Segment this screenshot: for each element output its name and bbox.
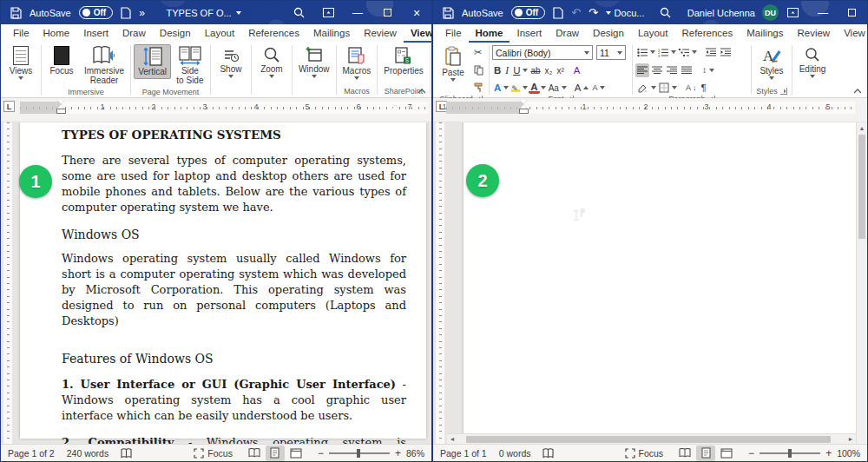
line-spacing-dropdown-icon[interactable]: [709, 69, 714, 72]
zoom-slider[interactable]: [760, 452, 820, 454]
properties-button[interactable]: S Properties: [380, 44, 427, 77]
web-layout-button[interactable]: [286, 446, 306, 461]
vertical-button[interactable]: Vertical: [134, 44, 171, 79]
tab-layout[interactable]: Layout: [198, 24, 242, 43]
subscript-button[interactable]: x₂: [543, 63, 555, 77]
scrollbar-thumb[interactable]: [858, 135, 865, 239]
zoom-out-button[interactable]: −: [748, 447, 754, 459]
word-count[interactable]: 240 words: [67, 448, 108, 459]
font-name-combo[interactable]: Calibri (Body): [492, 45, 593, 60]
multilevel-list-button[interactable]: [677, 45, 691, 59]
new-document-icon[interactable]: [553, 7, 563, 19]
undo-icon[interactable]: ↶: [571, 6, 581, 19]
change-case-button[interactable]: Aa: [547, 81, 561, 95]
clear-formatting-button[interactable]: A: [572, 63, 582, 77]
read-mode-button[interactable]: [245, 446, 264, 461]
document-title[interactable]: Docu...: [615, 8, 645, 18]
font-color-button[interactable]: A: [529, 82, 539, 94]
editing-button[interactable]: Editing: [795, 44, 830, 80]
side-to-side-button[interactable]: Side to Side: [173, 44, 207, 87]
search-icon[interactable]: [651, 1, 681, 24]
document-page[interactable]: I▛: [464, 122, 856, 438]
align-right-button[interactable]: [665, 63, 679, 77]
proofing-icon[interactable]: [121, 448, 132, 459]
increase-indent-button[interactable]: [719, 45, 733, 59]
show-formatting-marks-button[interactable]: ¶: [700, 81, 708, 95]
collapse-ribbon-icon[interactable]: [418, 89, 426, 94]
indent-markers[interactable]: [57, 100, 65, 113]
tab-stop-selector[interactable]: L: [3, 101, 15, 112]
underline-dropdown-icon[interactable]: [523, 69, 528, 72]
customize-qat-icon[interactable]: [606, 11, 611, 15]
web-layout-button[interactable]: [717, 446, 736, 461]
tab-mailings[interactable]: Mailings: [740, 24, 790, 43]
save-icon[interactable]: [442, 7, 454, 19]
numbering-dropdown-icon[interactable]: [671, 50, 676, 54]
styles-button[interactable]: A Styles: [754, 44, 789, 82]
change-case-dropdown-icon[interactable]: [562, 86, 567, 89]
more-commands-icon[interactable]: »: [139, 7, 145, 19]
tab-draw[interactable]: Draw: [549, 24, 586, 43]
zoom-percentage[interactable]: 100%: [837, 448, 860, 459]
bold-button[interactable]: B: [492, 63, 503, 77]
proofing-icon[interactable]: [542, 448, 554, 459]
read-mode-button[interactable]: [675, 446, 694, 461]
borders-dropdown-icon[interactable]: [672, 86, 677, 89]
tab-file[interactable]: File: [6, 24, 36, 43]
paste-button[interactable]: Paste: [436, 44, 470, 83]
new-document-icon[interactable]: [121, 7, 131, 19]
autosave-toggle[interactable]: Off: [511, 6, 545, 19]
tab-view[interactable]: View: [837, 24, 868, 43]
text-effects-button[interactable]: A: [492, 81, 503, 95]
focus-toggle[interactable]: Focus: [194, 448, 233, 459]
sort-button[interactable]: A↓: [684, 81, 699, 95]
print-layout-button[interactable]: [696, 446, 715, 461]
align-left-button[interactable]: [635, 63, 649, 77]
bullets-dropdown-icon[interactable]: [650, 50, 655, 54]
tab-insert[interactable]: Insert: [76, 24, 115, 43]
horizontal-scrollbar[interactable]: ◄ ►: [447, 433, 856, 444]
minimize-button[interactable]: —: [808, 1, 838, 24]
macros-button[interactable]: Macros: [339, 44, 375, 82]
vertical-scrollbar[interactable]: ▲: [856, 122, 867, 444]
zoom-in-button[interactable]: +: [825, 447, 832, 459]
zoom-percentage[interactable]: 86%: [406, 448, 424, 459]
align-center-button[interactable]: [650, 63, 664, 77]
indent-markers[interactable]: [520, 100, 528, 113]
tab-review[interactable]: Review: [790, 24, 837, 43]
search-icon[interactable]: [284, 1, 313, 24]
ribbon-display-options-icon[interactable]: [313, 1, 343, 24]
justify-button[interactable]: [680, 63, 694, 77]
tab-references[interactable]: References: [674, 24, 740, 43]
page-indicator[interactable]: Page 1 of 2: [8, 448, 55, 459]
tab-insert[interactable]: Insert: [510, 24, 549, 43]
tab-review[interactable]: Review: [357, 24, 404, 43]
focus-button[interactable]: Focus: [44, 44, 79, 77]
multilevel-dropdown-icon[interactable]: [692, 50, 697, 54]
shading-dropdown-icon[interactable]: [651, 86, 656, 89]
redo-icon[interactable]: ↷: [589, 6, 598, 19]
save-icon[interactable]: [10, 7, 22, 19]
document-area[interactable]: 2 I▛ ▲ ◄ ►: [433, 122, 867, 444]
copy-button[interactable]: [472, 63, 486, 77]
highlight-dropdown-icon[interactable]: [523, 86, 528, 89]
user-avatar[interactable]: DU: [762, 4, 779, 21]
borders-button[interactable]: [657, 81, 671, 95]
line-spacing-button[interactable]: ↕: [700, 63, 708, 77]
tab-references[interactable]: References: [241, 24, 306, 43]
focus-toggle[interactable]: Focus: [625, 448, 664, 459]
styles-dialog-launcher[interactable]: [780, 88, 787, 95]
word-count[interactable]: 0 words: [499, 448, 531, 459]
shrink-font-button[interactable]: A: [591, 81, 607, 95]
document-page[interactable]: TYPES OF OPERATING SYSTEMS There are sev…: [20, 122, 426, 439]
format-painter-button[interactable]: [472, 81, 486, 95]
right-indent-marker[interactable]: [391, 105, 399, 109]
cut-button[interactable]: ✂: [472, 45, 486, 59]
superscript-button[interactable]: x²: [555, 63, 565, 77]
maximize-button[interactable]: [838, 1, 867, 24]
zoom-slider[interactable]: [329, 452, 390, 454]
zoom-out-button[interactable]: −: [318, 447, 324, 459]
zoom-button[interactable]: Zoom: [254, 44, 289, 80]
show-button[interactable]: Show: [214, 44, 248, 80]
autosave-toggle[interactable]: Off: [79, 6, 113, 19]
